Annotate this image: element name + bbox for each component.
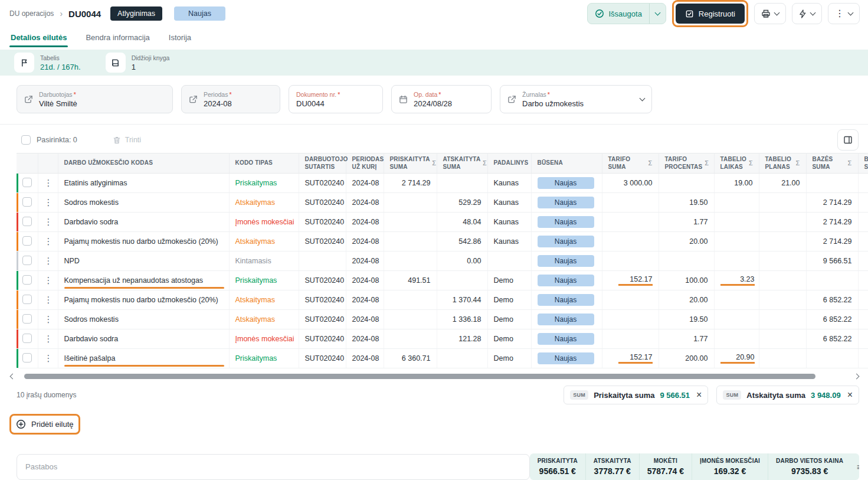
col-type[interactable]: KODO TIPAS (229, 154, 299, 174)
row-checkbox[interactable] (22, 197, 32, 207)
col-padalinys[interactable]: PADALINYS (487, 154, 531, 174)
add-row-button[interactable]: Pridėti eilutę (16, 419, 74, 429)
summary-menu-icon[interactable]: ≡ (851, 453, 859, 480)
saved-button[interactable]: Išsaugota (587, 3, 666, 24)
scroll-right-icon[interactable] (854, 374, 859, 378)
automation-button[interactable] (792, 3, 822, 24)
tabelis-link[interactable]: Tabelis 21d. / 167h. (14, 53, 81, 73)
row-menu-icon[interactable]: ⋮ (44, 197, 53, 207)
cell-value: 2024-08 (352, 198, 379, 207)
sum-icon[interactable]: Σ (796, 159, 800, 168)
period-field[interactable]: Periodas* 2024-08 (181, 85, 280, 113)
col-sutartis[interactable]: DARBUOTOJO SUTARTIS (299, 154, 346, 174)
row-checkbox[interactable] (22, 217, 32, 226)
ledger-link[interactable]: Didžioji knyga 1 (106, 53, 170, 73)
journal-dropdown[interactable] (634, 99, 644, 100)
col-atskaityta[interactable]: ATSKAITYTA SUMAΣ (437, 154, 487, 174)
row-menu-icon[interactable]: ⋮ (44, 314, 53, 324)
sum-icon[interactable]: Σ (848, 159, 852, 168)
status-badge: Naujas (538, 314, 594, 325)
required-mark: * (438, 91, 441, 98)
cell-cut (858, 252, 868, 271)
cell-value: Darbdavio sodra (64, 218, 119, 226)
select-all-checkbox[interactable] (21, 135, 31, 145)
row-menu-icon[interactable]: ⋮ (44, 256, 53, 266)
cell-value: 152.17 (618, 275, 653, 286)
summary-item: DARBO VIETOS KAINA9735.83 € (768, 453, 851, 480)
breadcrumb: DU operacijos › DU0044 Atlyginimas Nauja… (9, 6, 225, 21)
scrollbar-thumb[interactable] (24, 374, 815, 379)
cell-cut (858, 193, 868, 213)
cell-value: Sodros mokestis (64, 198, 119, 207)
saved-dropdown[interactable] (649, 4, 666, 24)
cell-tabelio_planas (759, 290, 806, 310)
operation-date-label: Op. data (414, 91, 437, 98)
summary-value: 3778.77 € (594, 466, 631, 476)
col-tarifo_suma[interactable]: TARIFO SUMAΣ (602, 154, 659, 174)
tab-istorija[interactable]: Istorija (168, 28, 192, 47)
row-checkbox[interactable] (22, 178, 32, 187)
col-busena[interactable]: BŪSENA (531, 154, 602, 174)
col-periodas[interactable]: PERIODAS UŽ KURĮ (346, 154, 384, 174)
more-actions-button[interactable]: ⋮ (828, 3, 860, 24)
row-menu-icon[interactable]: ⋮ (44, 178, 53, 188)
col-bazes_suma[interactable]: BAZĖS SUMAΣ (806, 154, 858, 174)
col-priskaityta[interactable]: PRISKAITYTA SUMAΣ (384, 154, 437, 174)
col-tabelio_planas[interactable]: TABELIO PLANASΣ (759, 154, 806, 174)
row-checkbox[interactable] (22, 236, 32, 246)
row-checkbox[interactable] (22, 275, 32, 285)
sum-icon[interactable]: Σ (483, 159, 487, 168)
row-menu-icon[interactable]: ⋮ (44, 295, 53, 305)
sum-icon[interactable]: Σ (705, 159, 709, 168)
scrollbar-track[interactable] (19, 374, 850, 379)
close-icon[interactable]: × (847, 390, 853, 400)
employee-field[interactable]: Darbuotojas* Viltė Smiltė (17, 85, 173, 113)
print-button[interactable] (754, 3, 786, 24)
row-menu-icon[interactable]: ⋮ (44, 334, 53, 344)
info-bar: Tabelis 21d. / 167h. Didžioji knyga 1 (0, 50, 868, 76)
register-button[interactable]: Registruoti (676, 4, 745, 24)
table-settings-button[interactable] (837, 129, 859, 151)
cell-value: 6 852.22 (823, 335, 852, 343)
col-row-menu (38, 154, 58, 174)
cell-bazes_suma: 9 566.51 (806, 252, 858, 271)
document-number-field[interactable]: Dokumento nr.* DU0044 (289, 85, 383, 113)
sum-chip-label: Atskaityta suma (746, 391, 805, 400)
journal-field[interactable]: Žurnalas* Darbo užmokestis (500, 85, 652, 113)
row-checkbox[interactable] (22, 353, 32, 363)
cell-busena: Naujas (531, 252, 602, 271)
sum-icon[interactable]: Σ (432, 159, 436, 168)
col-cut[interactable]: B S (858, 154, 868, 174)
col-code[interactable]: DARBO UŽMOKESČIO KODAS (58, 154, 229, 174)
operation-date-field[interactable]: Op. data* 2024/08/28 (391, 85, 492, 113)
sum-icon[interactable]: Σ (749, 159, 753, 168)
scroll-left-icon[interactable] (11, 374, 15, 378)
row-menu-icon[interactable]: ⋮ (44, 236, 53, 246)
delete-button[interactable]: Trinti (113, 136, 141, 145)
tab-detalios-eilutes[interactable]: Detalios eilutės (9, 28, 68, 47)
cell-value: SUT020240 (305, 335, 345, 343)
row-checkbox[interactable] (22, 314, 32, 324)
cell-value: Etatinis atlyginimas (64, 179, 127, 187)
sum-icon[interactable]: Σ (648, 159, 653, 168)
col-tarifo_procentas[interactable]: TARIFO PROCENTASΣ (659, 154, 714, 174)
cell-tarifo_procentas: 20.00 (659, 232, 714, 252)
row-checkbox[interactable] (22, 295, 32, 304)
row-menu-icon[interactable]: ⋮ (44, 353, 53, 363)
tab-bendra-informacija[interactable]: Bendra informacija (84, 28, 150, 47)
table-header-row: DARBO UŽMOKESČIO KODASKODO TIPASDARBUOTO… (17, 154, 868, 174)
breadcrumb-parent[interactable]: DU operacijos (9, 9, 54, 18)
cell-priskaityta: 6 360.71 (384, 349, 437, 368)
row-menu-icon[interactable]: ⋮ (44, 275, 53, 285)
cell-tabelio_laikas (714, 310, 759, 329)
row-checkbox[interactable] (22, 334, 32, 343)
col-tabelio_laikas[interactable]: TABELIO LAIKASΣ (714, 154, 759, 174)
tabelis-value: 21d. / 167h. (40, 63, 81, 71)
row-checkbox[interactable] (22, 256, 32, 265)
totals-items: PRISKAITYTA9566.51 €ATSKAITYTA3778.77 €M… (530, 453, 851, 480)
table-row: ⋮Kompensacija už nepanaudotas atostogasP… (17, 271, 868, 290)
row-menu-icon[interactable]: ⋮ (44, 217, 53, 227)
notes-input[interactable] (17, 454, 530, 480)
close-icon[interactable]: × (696, 390, 702, 400)
cell-periodas: 2024-08 (346, 232, 384, 252)
